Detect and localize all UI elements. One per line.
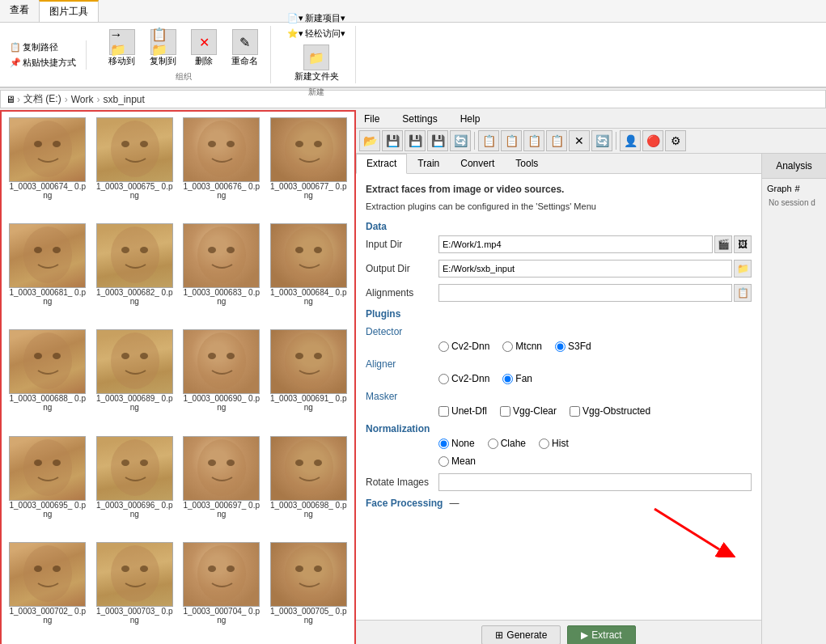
copy-path-btn[interactable]: 📋 复制路径 (6, 40, 79, 54)
masker-vggobs[interactable]: Vgg-Obstructed (570, 405, 650, 417)
aligner-fan[interactable]: Fan (502, 373, 532, 384)
face-image (97, 543, 172, 606)
detector-s3fd[interactable]: S3Fd (555, 341, 591, 352)
masker-vggclear-check[interactable] (500, 406, 510, 417)
toolbar-btn6[interactable]: 📋 (501, 130, 522, 151)
masker-unet[interactable]: Unet-Dfl (438, 405, 487, 417)
toolbar-save2-btn[interactable]: 💾 (405, 130, 426, 151)
input-dir-field[interactable] (438, 235, 713, 253)
breadcrumb-docs[interactable]: 文档 (E:) (22, 92, 63, 106)
delete-btn[interactable]: ✕ 删除 (185, 27, 222, 70)
file-item[interactable]: 1_0003_000690_ 0.png (179, 327, 265, 431)
file-item[interactable]: 1_0003_000675_ 0.png (92, 115, 178, 219)
file-item[interactable]: 1_0003_000702_ 0.png (5, 540, 91, 644)
file-item[interactable]: 1_0003_000688_ 0.png (5, 327, 91, 431)
toolbar-btn7[interactable]: 📋 (523, 130, 544, 151)
file-item[interactable]: 1_0003_000674_ 0.png (5, 115, 91, 219)
file-item[interactable]: 1_0003_000683_ 0.png (179, 221, 265, 325)
norm-none[interactable]: None (438, 438, 475, 449)
output-dir-field[interactable] (438, 260, 732, 278)
input-dir-folder-btn[interactable]: 🖼 (734, 235, 752, 253)
face-image (97, 118, 172, 181)
detector-cv2dnn[interactable]: Cv2-Dnn (438, 341, 489, 352)
toolbar-btn9[interactable]: ✕ (569, 130, 590, 151)
toolbar-save3-btn[interactable]: 💾 (427, 130, 448, 151)
file-item[interactable]: 1_0003_000689_ 0.png (92, 327, 178, 431)
norm-clahe-radio[interactable] (488, 439, 498, 449)
toolbar-btn8[interactable]: 📋 (546, 130, 567, 151)
tab-tools[interactable]: Tools (505, 154, 549, 173)
tab-image-tools[interactable]: 图片工具 (39, 0, 99, 22)
tab-train[interactable]: Train (407, 154, 450, 173)
breadcrumb-sxb[interactable]: sxb_input (101, 94, 146, 105)
output-dir-folder-btn[interactable]: 📁 (734, 260, 752, 278)
analysis-tab[interactable]: Analysis (762, 154, 826, 179)
file-name-label: 1_0003_000684_ 0.png (270, 288, 347, 306)
svg-point-47 (314, 460, 322, 466)
file-thumbnail (183, 436, 260, 501)
detector-mtcnn-radio[interactable] (502, 341, 513, 352)
new-item-btn[interactable]: 📄▾ 新建项目▾ (284, 11, 349, 25)
norm-none-radio[interactable] (438, 439, 449, 449)
dfl-bottom-bar: ⊞ Generate ▶ Extract (356, 620, 761, 644)
toolbar-btn11[interactable]: 👤 (620, 130, 641, 151)
file-item[interactable]: 1_0003_000705_ 0.png (266, 540, 352, 644)
file-name-label: 1_0003_000682_ 0.png (96, 288, 173, 306)
file-item[interactable]: 1_0003_000677_ 0.png (266, 115, 352, 219)
toolbar-save-btn[interactable]: 💾 (382, 130, 403, 151)
file-item[interactable]: 1_0003_000676_ 0.png (179, 115, 265, 219)
copy-to-btn[interactable]: 📋📁 复制到 (144, 27, 182, 70)
toolbar-refresh-btn[interactable]: 🔄 (450, 130, 471, 151)
detector-mtcnn[interactable]: Mtcnn (502, 341, 542, 352)
file-item[interactable]: 1_0003_000703_ 0.png (92, 540, 178, 644)
address-bar[interactable]: 🖥 › 文档 (E:) › Work › sxb_input (0, 90, 826, 108)
norm-mean-radio[interactable] (438, 456, 449, 467)
norm-hist[interactable]: Hist (539, 438, 569, 449)
norm-mean[interactable]: Mean (438, 455, 476, 467)
toolbar-btn10[interactable]: 🔄 (591, 130, 612, 151)
toolbar-btn5[interactable]: 📋 (478, 130, 499, 151)
aligner-fan-radio[interactable] (502, 374, 513, 384)
masker-unet-check[interactable] (438, 406, 449, 417)
masker-vggclear[interactable]: Vgg-Clear (500, 405, 557, 417)
breadcrumb-work[interactable]: Work (70, 94, 95, 105)
move-to-btn[interactable]: →📁 移动到 (103, 27, 141, 70)
toolbar-open-btn[interactable]: 📂 (359, 130, 380, 151)
aligner-cv2dnn-radio[interactable] (438, 374, 449, 384)
detector-s3fd-radio[interactable] (555, 341, 565, 352)
file-item[interactable]: 1_0003_000697_ 0.png (179, 434, 265, 538)
file-item[interactable]: 1_0003_000695_ 0.png (5, 434, 91, 538)
input-dir-video-btn[interactable]: 🎬 (714, 235, 732, 253)
toolbar-btn13[interactable]: ⚙ (665, 130, 686, 151)
menu-file[interactable]: File (359, 112, 384, 126)
alignments-field[interactable] (438, 284, 732, 302)
file-item[interactable]: 1_0003_000698_ 0.png (266, 434, 352, 538)
file-item[interactable]: 1_0003_000691_ 0.png (266, 327, 352, 431)
tab-extract[interactable]: Extract (356, 154, 407, 174)
plugins-section-header: Plugins (366, 308, 752, 320)
norm-clahe[interactable]: Clahe (488, 438, 526, 449)
menu-help[interactable]: Help (455, 112, 485, 126)
file-item[interactable]: 1_0003_000704_ 0.png (179, 540, 265, 644)
new-folder-btn[interactable]: 📁 新建文件夹 (289, 42, 345, 85)
detector-cv2dnn-radio[interactable] (438, 341, 449, 352)
menu-settings[interactable]: Settings (397, 112, 442, 126)
file-item[interactable]: 1_0003_000696_ 0.png (92, 434, 178, 538)
tab-view[interactable]: 查看 (0, 0, 39, 22)
rename-btn[interactable]: ✎ 重命名 (226, 27, 264, 70)
tab-convert[interactable]: Convert (450, 154, 505, 173)
file-item[interactable]: 1_0003_000682_ 0.png (92, 221, 178, 325)
file-name-label: 1_0003_000676_ 0.png (183, 182, 260, 200)
paste-shortcut-btn[interactable]: 📌 粘贴快捷方式 (6, 56, 79, 70)
toolbar-btn12[interactable]: 🔴 (642, 130, 663, 151)
rotate-field[interactable] (438, 473, 752, 491)
norm-hist-radio[interactable] (539, 439, 549, 449)
extract-button[interactable]: ▶ Extract (567, 625, 635, 645)
masker-vggobs-check[interactable] (570, 406, 580, 417)
generate-button[interactable]: ⊞ Generate (481, 625, 561, 645)
alignments-folder-btn[interactable]: 📋 (734, 284, 752, 302)
easy-access-btn[interactable]: ⭐▾ 轻松访问▾ (284, 27, 349, 40)
file-item[interactable]: 1_0003_000681_ 0.png (5, 221, 91, 325)
file-item[interactable]: 1_0003_000684_ 0.png (266, 221, 352, 325)
aligner-cv2dnn[interactable]: Cv2-Dnn (438, 373, 489, 384)
